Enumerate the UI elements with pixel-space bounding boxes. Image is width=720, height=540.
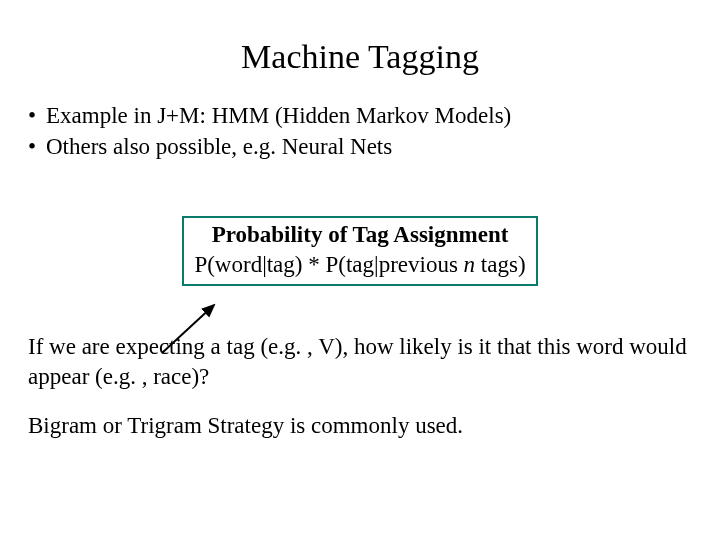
bullet-item: • Example in J+M: HMM (Hidden Markov Mod… xyxy=(28,100,692,131)
bullet-text: Others also possible, e.g. Neural Nets xyxy=(46,131,392,162)
paragraph-1: If we are expecting a tag (e.g. , V), ho… xyxy=(28,332,692,393)
bullet-text: Example in J+M: HMM (Hidden Markov Model… xyxy=(46,100,511,131)
formula-n: n xyxy=(464,252,476,277)
paragraph-2: Bigram or Trigram Strategy is commonly u… xyxy=(28,413,692,439)
formula-box-wrap: Probability of Tag Assignment P(word|tag… xyxy=(0,216,720,286)
slide-title: Machine Tagging xyxy=(0,38,720,76)
bullet-dot: • xyxy=(28,131,46,162)
formula-part-b: tags) xyxy=(475,252,525,277)
bullet-list: • Example in J+M: HMM (Hidden Markov Mod… xyxy=(28,100,692,162)
formula-box: Probability of Tag Assignment P(word|tag… xyxy=(182,216,537,286)
formula-header: Probability of Tag Assignment xyxy=(194,220,525,250)
formula-part-a: P(word|tag) * P(tag|previous xyxy=(194,252,463,277)
formula-text: P(word|tag) * P(tag|previous n tags) xyxy=(194,250,525,280)
bullet-item: • Others also possible, e.g. Neural Nets xyxy=(28,131,692,162)
bullet-dot: • xyxy=(28,100,46,131)
